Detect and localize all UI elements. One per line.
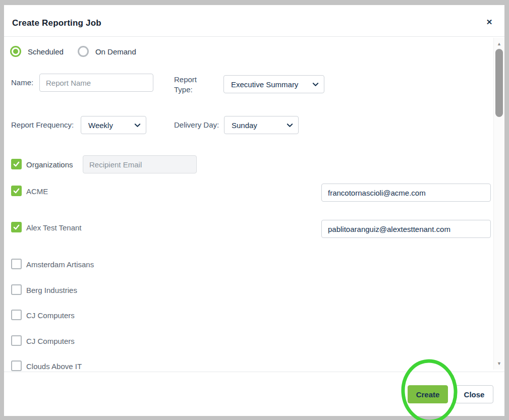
radio-circle-icon: [78, 46, 89, 57]
schedule-mode-group: Scheduled On Demand: [10, 45, 150, 57]
close-icon[interactable]: ✕: [484, 17, 494, 27]
radio-scheduled-label: Scheduled: [28, 47, 64, 56]
org-email-input-alex-test-tenant[interactable]: [321, 220, 491, 238]
radio-on-demand[interactable]: On Demand: [78, 46, 136, 57]
footer-divider: [4, 372, 504, 372]
organizations-label: Organizations: [26, 160, 73, 169]
dialog-title: Create Reporting Job: [12, 18, 101, 28]
chevron-down-icon: [287, 122, 293, 129]
report-frequency-select[interactable]: Weekly: [81, 116, 146, 134]
radio-scheduled[interactable]: Scheduled: [10, 46, 64, 57]
checkmark-icon: [13, 188, 20, 194]
delivery-day-label: Delivery Day:: [174, 121, 219, 129]
radio-on-demand-label: On Demand: [95, 47, 136, 56]
org-checkbox-cj-computers-2[interactable]: [11, 335, 22, 346]
org-label: Berg Industries: [26, 286, 77, 294]
org-label: Amsterdam Artisans: [26, 260, 94, 269]
report-type-value: Executive Summary: [231, 80, 298, 89]
chevron-down-icon: [312, 81, 319, 88]
delivery-day-value: Sunday: [232, 121, 257, 130]
org-label: Alex Test Tenant: [26, 223, 82, 232]
report-frequency-label: Report Frequency:: [11, 121, 74, 129]
scroll-down-icon[interactable]: ▼: [494, 361, 504, 367]
organizations-checkbox[interactable]: [11, 159, 22, 169]
recipient-email-input[interactable]: [83, 155, 197, 173]
org-label: Clouds Above IT: [26, 362, 82, 371]
org-label: CJ Computers: [26, 337, 75, 345]
org-checkbox-cj-computers-1[interactable]: [11, 310, 22, 320]
report-name-input[interactable]: [39, 74, 153, 92]
report-frequency-value: Weekly: [88, 121, 113, 130]
org-checkbox-clouds-above-it[interactable]: [11, 361, 22, 371]
scroll-up-icon[interactable]: ▲: [494, 41, 504, 47]
radio-circle-icon: [10, 46, 21, 57]
name-label: Name:: [11, 78, 33, 87]
org-label: CJ Computers: [26, 311, 75, 320]
report-type-label: Report Type:: [174, 75, 204, 95]
create-reporting-job-dialog: Create Reporting Job ✕ Scheduled On Dema…: [4, 5, 504, 416]
org-checkbox-alex-test-tenant[interactable]: [11, 222, 22, 232]
org-checkbox-amsterdam-artisans[interactable]: [11, 259, 22, 269]
create-button[interactable]: Create: [408, 385, 448, 403]
scrollbar[interactable]: ▲ ▼: [493, 38, 504, 370]
org-checkbox-acme[interactable]: [11, 186, 22, 196]
header-divider: [4, 36, 504, 37]
org-label: ACME: [26, 187, 48, 196]
delivery-day-select[interactable]: Sunday: [224, 116, 299, 134]
org-checkbox-berg-industries[interactable]: [11, 284, 22, 295]
chevron-down-icon: [134, 122, 141, 129]
scrollbar-thumb[interactable]: [495, 49, 503, 117]
checkmark-icon: [13, 224, 20, 230]
close-button[interactable]: Close: [455, 385, 493, 403]
org-email-input-acme[interactable]: [321, 184, 491, 202]
screen: { "dialog": { "title": "Create Reporting…: [0, 0, 509, 420]
checkmark-icon: [13, 161, 20, 167]
report-type-select[interactable]: Executive Summary: [223, 75, 324, 93]
